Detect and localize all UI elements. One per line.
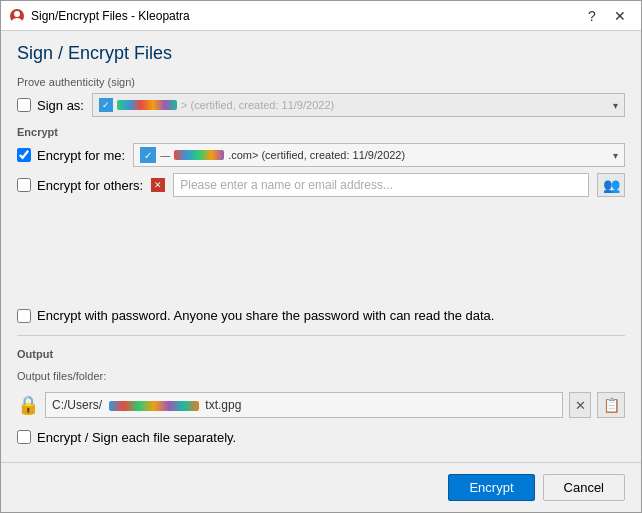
output-path-field: C:/Users/ txt.gpg	[45, 392, 563, 418]
encrypt-button[interactable]: Encrypt	[448, 474, 534, 501]
output-files-label: Output files/folder:	[17, 370, 625, 382]
encrypt-for-me-row: Encrypt for me: ✓ — .com> (certified, cr…	[17, 142, 625, 168]
each-file-checkbox[interactable]	[17, 430, 31, 444]
output-section: Output Output files/folder: 🔒 C:/Users/ …	[17, 348, 625, 450]
sign-label: Sign as:	[37, 98, 84, 113]
prove-section: Prove authenticity (sign) Sign as: ✓ > (…	[17, 76, 625, 118]
svg-point-2	[12, 18, 22, 24]
path-browse-button[interactable]: 📋	[597, 392, 625, 418]
output-section-label: Output	[17, 348, 625, 360]
sign-key-color-bar	[117, 100, 177, 110]
encrypt-for-me-dropdown[interactable]: ✓ — .com> (certified, created: 11/9/2022…	[133, 143, 625, 167]
password-label: Encrypt with password. Anyone you share …	[37, 308, 494, 323]
bottom-bar: Encrypt Cancel	[1, 462, 641, 512]
sign-checkbox-label[interactable]: Sign as:	[17, 98, 84, 113]
app-icon	[9, 8, 25, 24]
encrypt-section: Encrypt Encrypt for me: ✓ — .com> (certi…	[17, 126, 625, 198]
sign-key-check-icon: ✓	[99, 98, 113, 112]
password-row: Encrypt with password. Anyone you share …	[17, 308, 625, 323]
me-key-text: .com> (certified, created: 11/9/2022)	[228, 149, 405, 161]
contacts-icon: 👥	[603, 177, 620, 193]
contacts-button[interactable]: 👥	[597, 173, 625, 197]
me-key-dash: —	[160, 150, 170, 161]
folder-icon: 📋	[603, 397, 620, 413]
password-checkbox-wrap[interactable]: Encrypt with password. Anyone you share …	[17, 308, 494, 323]
encrypt-for-others-checkbox[interactable]	[17, 178, 31, 192]
others-clear-icon: ✕	[151, 178, 165, 192]
window-controls: ? ✕	[579, 5, 633, 27]
sign-dropdown-arrow: ▾	[613, 100, 618, 111]
password-checkbox[interactable]	[17, 309, 31, 323]
lock-icon: 🔒	[17, 394, 39, 416]
encrypt-for-others-row: Encrypt for others: ✕ 👥	[17, 172, 625, 198]
help-button[interactable]: ?	[579, 5, 605, 27]
window-title: Sign/Encrypt Files - Kleopatra	[31, 9, 579, 23]
svg-point-1	[14, 11, 20, 17]
each-file-row: Encrypt / Sign each file separately.	[17, 424, 625, 450]
path-clear-icon: ✕	[575, 398, 586, 413]
main-window: Sign/Encrypt Files - Kleopatra ? ✕ Sign …	[0, 0, 642, 513]
each-file-label: Encrypt / Sign each file separately.	[37, 430, 236, 445]
spacer	[17, 206, 625, 294]
dialog-content: Sign / Encrypt Files Prove authenticity …	[1, 31, 641, 462]
page-title: Sign / Encrypt Files	[17, 43, 625, 64]
me-key-color-bar	[174, 150, 224, 160]
output-path-row: 🔒 C:/Users/ txt.gpg ✕ 📋	[17, 392, 625, 418]
others-email-input[interactable]	[173, 173, 589, 197]
encrypt-for-others-label[interactable]: Encrypt for others:	[17, 178, 143, 193]
encrypt-section-label: Encrypt	[17, 126, 625, 138]
me-key-check-icon: ✓	[140, 147, 156, 163]
close-button[interactable]: ✕	[607, 5, 633, 27]
each-file-checkbox-wrap[interactable]: Encrypt / Sign each file separately.	[17, 430, 236, 445]
sign-row: Sign as: ✓ > (certified, created: 11/9/2…	[17, 92, 625, 118]
cancel-button[interactable]: Cancel	[543, 474, 625, 501]
encrypt-for-me-text: Encrypt for me:	[37, 148, 125, 163]
encrypt-for-others-text: Encrypt for others:	[37, 178, 143, 193]
sign-key-dropdown[interactable]: ✓ > (certified, created: 11/9/2022) ▾	[92, 93, 625, 117]
encrypt-for-me-checkbox[interactable]	[17, 148, 31, 162]
divider	[17, 335, 625, 336]
sign-key-text: > (certified, created: 11/9/2022)	[181, 99, 334, 111]
sign-checkbox[interactable]	[17, 98, 31, 112]
encrypt-for-me-label[interactable]: Encrypt for me:	[17, 148, 125, 163]
path-clear-button[interactable]: ✕	[569, 392, 591, 418]
me-dropdown-arrow: ▾	[613, 150, 618, 161]
prove-section-label: Prove authenticity (sign)	[17, 76, 625, 88]
titlebar: Sign/Encrypt Files - Kleopatra ? ✕	[1, 1, 641, 31]
output-path-text: C:/Users/ txt.gpg	[52, 398, 241, 412]
